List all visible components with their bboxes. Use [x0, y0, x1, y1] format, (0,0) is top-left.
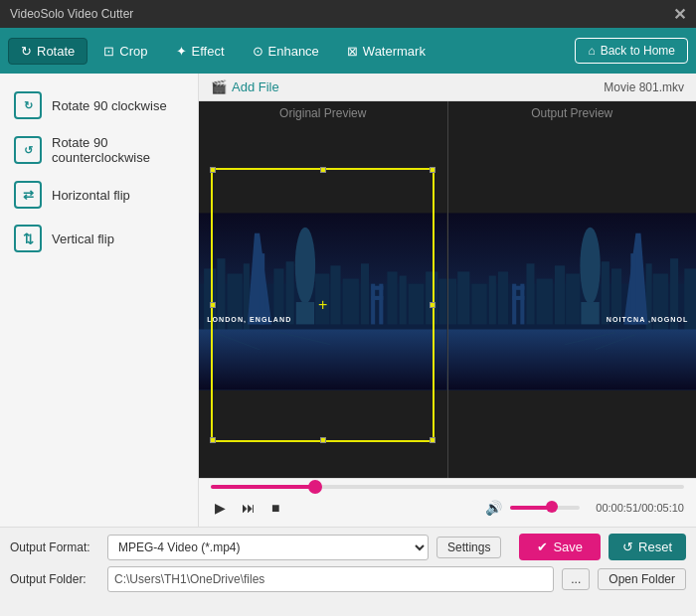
svg-rect-13 — [330, 265, 340, 324]
title-bar: VideoSolo Video Cutter ✕ — [0, 0, 696, 28]
rotate-cw-icon: ↻ — [14, 91, 42, 119]
svg-rect-49 — [497, 271, 507, 324]
save-button[interactable]: ✔ Save — [519, 534, 601, 560]
svg-rect-43 — [536, 279, 552, 325]
svg-rect-20 — [387, 271, 397, 324]
svg-rect-18 — [371, 286, 383, 290]
browse-button[interactable]: ... — [562, 568, 590, 590]
play-button[interactable]: ▶ — [211, 498, 230, 518]
svg-rect-21 — [400, 276, 407, 325]
settings-button[interactable]: Settings — [436, 537, 501, 558]
svg-point-39 — [580, 228, 600, 304]
home-icon: ⌂ — [588, 44, 595, 58]
controls-area: ▶ ⏭ ■ 🔊 00:00:51/00:05:10 — [199, 478, 696, 527]
crop-icon: ⊡ — [103, 44, 114, 59]
output-folder-row: Output Folder: C:\Users\TH1\OneDrive\fil… — [10, 566, 686, 592]
stop-button[interactable]: ■ — [267, 498, 283, 518]
svg-rect-48 — [512, 296, 524, 300]
effect-tab[interactable]: ✦ Effect — [164, 39, 237, 64]
add-file-icon: 🎬 — [211, 79, 227, 94]
sidebar-item-vflip[interactable]: ⇅ Vertical flip — [0, 217, 198, 260]
svg-rect-38 — [601, 261, 609, 324]
content-area: 🎬 Add File Movie 801.mkv Original Previe… — [199, 74, 696, 527]
progress-bar-container[interactable] — [199, 479, 696, 489]
hflip-icon: ⇄ — [14, 181, 42, 209]
back-home-button[interactable]: ⌂ Back to Home — [575, 38, 688, 64]
svg-rect-46 — [512, 284, 516, 325]
action-buttons: ✔ Save ↺ Reset — [519, 534, 686, 560]
svg-rect-24 — [438, 279, 446, 325]
svg-rect-7 — [260, 253, 264, 324]
svg-text:NOITCNA ,NOGNOL: NOITCNA ,NOGNOL — [606, 316, 688, 324]
svg-rect-40 — [581, 302, 599, 324]
vflip-icon: ⇅ — [14, 225, 42, 252]
svg-rect-9 — [286, 261, 294, 324]
output-format-label: Output Format: — [10, 540, 99, 554]
crop-tab[interactable]: ⊡ Crop — [91, 39, 159, 64]
enhance-tab[interactable]: ⊙ Enhance — [241, 39, 331, 64]
volume-thumb[interactable] — [546, 501, 558, 513]
hflip-label: Horizontal flip — [52, 188, 130, 203]
svg-rect-50 — [488, 276, 495, 325]
time-display: 00:00:51/00:05:10 — [596, 502, 684, 514]
watermark-tab[interactable]: ⊠ Watermark — [335, 39, 437, 64]
svg-rect-42 — [554, 265, 564, 324]
svg-rect-11 — [296, 302, 314, 324]
progress-track[interactable] — [211, 485, 684, 489]
original-video: LONDON, ENGLAND + — [199, 125, 447, 478]
svg-rect-17 — [379, 284, 383, 325]
svg-rect-54 — [448, 330, 697, 390]
sidebar-item-hflip[interactable]: ⇄ Horizontal flip — [0, 173, 198, 217]
svg-point-10 — [295, 228, 315, 304]
reset-icon: ↺ — [622, 539, 633, 554]
sidebar-item-rotate-cw[interactable]: ↻ Rotate 90 clockwise — [0, 83, 198, 127]
svg-rect-45 — [520, 284, 524, 325]
reset-button[interactable]: ↺ Reset — [609, 534, 686, 560]
format-select[interactable]: MPEG-4 Video (*.mp4) — [107, 535, 429, 560]
rotate-cw-label: Rotate 90 clockwise — [52, 98, 167, 113]
content-header: 🎬 Add File Movie 801.mkv — [199, 74, 696, 101]
app-title: VideoSolo Video Cutter — [10, 7, 133, 21]
svg-rect-14 — [343, 279, 359, 325]
svg-rect-51 — [471, 284, 486, 325]
step-forward-button[interactable]: ⏭ — [238, 498, 260, 518]
original-preview-pane: Original Preview — [199, 101, 447, 478]
folder-path-display: C:\Users\TH1\OneDrive\files — [107, 566, 554, 592]
svg-rect-19 — [371, 296, 383, 300]
sidebar: ↻ Rotate 90 clockwise ↺ Rotate 90 counte… — [0, 74, 199, 527]
effect-icon: ✦ — [176, 44, 187, 59]
output-preview-pane: Output Preview — [448, 101, 697, 478]
output-format-row: Output Format: MPEG-4 Video (*.mp4) Sett… — [10, 534, 686, 560]
open-folder-button[interactable]: Open Folder — [598, 568, 686, 590]
svg-rect-22 — [409, 284, 424, 325]
svg-text:LONDON, ENGLAND: LONDON, ENGLAND — [207, 316, 291, 324]
output-folder-label: Output Folder: — [10, 572, 99, 586]
rotate-ccw-icon: ↺ — [14, 136, 42, 164]
add-file-button[interactable]: 🎬 Add File — [211, 79, 279, 94]
svg-rect-53 — [448, 279, 456, 325]
toolbar: ↻ Rotate ⊡ Crop ✦ Effect ⊙ Enhance ⊠ Wat… — [0, 28, 696, 74]
svg-rect-12 — [315, 273, 329, 324]
svg-rect-52 — [457, 271, 469, 324]
progress-thumb[interactable] — [308, 480, 322, 494]
output-video: LONDON, ENGLAND NOITCNA ,NOGNOL — [448, 125, 697, 478]
volume-icon: 🔊 — [485, 500, 502, 516]
close-button[interactable]: ✕ — [673, 5, 686, 24]
original-preview-label: Original Preview — [199, 101, 447, 125]
volume-slider[interactable] — [510, 506, 580, 510]
svg-rect-23 — [426, 271, 437, 324]
svg-rect-44 — [526, 263, 534, 324]
rotate-tab[interactable]: ↻ Rotate — [8, 38, 87, 65]
preview-area: Original Preview — [199, 101, 696, 478]
vflip-label: Vertical flip — [52, 231, 114, 246]
rotate-icon: ↻ — [21, 44, 32, 59]
playback-controls: ▶ ⏭ ■ 🔊 00:00:51/00:05:10 — [199, 489, 696, 527]
stop-icon: ■ — [271, 500, 279, 516]
svg-rect-25 — [199, 330, 447, 390]
bottom-bar: Output Format: MPEG-4 Video (*.mp4) Sett… — [0, 527, 696, 616]
svg-rect-47 — [512, 286, 524, 290]
svg-rect-16 — [371, 284, 375, 325]
sidebar-item-rotate-ccw[interactable]: ↺ Rotate 90 counterclockwise — [0, 127, 198, 173]
main-area: ↻ Rotate 90 clockwise ↺ Rotate 90 counte… — [0, 74, 696, 527]
save-check-icon: ✔ — [537, 539, 548, 554]
